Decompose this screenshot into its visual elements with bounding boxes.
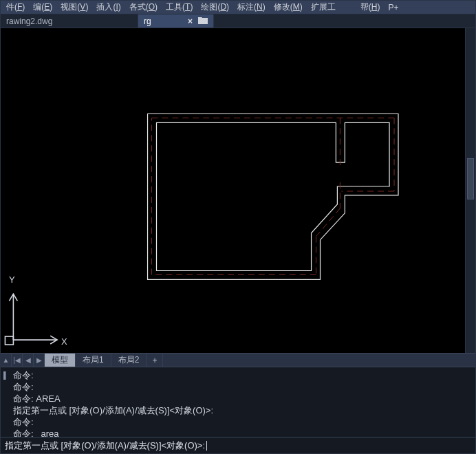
menu-tools[interactable]: 工具(T) <box>162 0 197 14</box>
document-tab-1-label: rawing2.dwg <box>6 17 52 26</box>
menu-pplus[interactable]: P+ <box>384 1 402 14</box>
document-tab-2-label: rg <box>144 17 151 26</box>
layout-nav-first[interactable]: |◀ <box>12 354 23 367</box>
history-line: 命令: <box>13 381 473 393</box>
text-cursor <box>206 441 207 451</box>
menu-blank2[interactable] <box>348 6 356 9</box>
history-handle-icon[interactable]: ▌ <box>3 369 8 381</box>
history-line: 命令: _area <box>13 428 473 437</box>
menu-file[interactable]: 件(F) <box>2 0 29 14</box>
menu-blank1[interactable] <box>340 6 348 9</box>
drawing-canvas[interactable]: Y X <box>1 28 475 353</box>
menu-edit[interactable]: 编(E) <box>29 0 56 14</box>
document-tab-row: rawing2.dwg rg × <box>1 14 475 28</box>
ucs-icon <box>5 294 57 345</box>
layout-tab-model[interactable]: 模型 <box>45 354 76 367</box>
folder-icon[interactable] <box>198 17 208 26</box>
menu-modify[interactable]: 修改(M) <box>270 0 307 14</box>
menu-format[interactable]: 各式(O) <box>125 0 162 14</box>
history-line: 命令: <box>13 416 473 428</box>
svg-rect-2 <box>5 336 13 345</box>
menu-help[interactable]: 帮(H) <box>356 0 385 14</box>
document-tab-2[interactable]: rg × <box>138 14 214 28</box>
ucs-y-label: Y <box>9 274 15 285</box>
layout-tab-add[interactable]: + <box>147 354 163 367</box>
history-line: 命令: <box>13 369 473 381</box>
vertical-scrollbar[interactable] <box>465 28 475 353</box>
history-line: 指定第一点或 [对象(O)/添加(A)/减去(S)]<对象(O)>: <box>13 404 473 416</box>
ucs-x-label: X <box>61 336 67 347</box>
layout-nav-prev[interactable]: ◀ <box>23 354 34 367</box>
command-prompt: 指定第一点或 [对象(O)/添加(A)/减去(S)]<对象(O)>: <box>5 440 205 452</box>
menu-draw[interactable]: 绘图(D) <box>197 0 233 14</box>
layout-tab-layout2[interactable]: 布局2 <box>111 354 147 367</box>
menu-view[interactable]: 视图(V) <box>56 0 92 14</box>
history-line: 命令: AREA <box>13 393 473 404</box>
command-history[interactable]: ▌ 命令: 命令: 命令: AREA 指定第一点或 [对象(O)/添加(A)/减… <box>1 367 475 437</box>
menu-extend[interactable]: 扩展工 <box>307 0 340 14</box>
layout-tab-layout1[interactable]: 布局1 <box>76 354 111 367</box>
document-tab-1[interactable]: rawing2.dwg <box>1 14 138 28</box>
layout-nav-next[interactable]: ▶ <box>34 354 45 367</box>
layout-nav-up[interactable]: ▲ <box>1 354 12 367</box>
command-input[interactable]: 指定第一点或 [对象(O)/添加(A)/减去(S)]<对象(O)>: <box>1 437 475 453</box>
menu-dimension[interactable]: 标注(N) <box>233 0 270 14</box>
close-icon[interactable]: × <box>188 17 193 26</box>
menu-insert[interactable]: 插入(I) <box>92 0 125 14</box>
canvas-svg <box>1 28 475 353</box>
menu-bar: 件(F) 编(E) 视图(V) 插入(I) 各式(O) 工具(T) 绘图(D) … <box>1 1 475 14</box>
layout-tab-row: ▲ |◀ ◀ ▶ 模型 布局1 布局2 + <box>1 353 475 367</box>
scrollbar-thumb[interactable] <box>467 158 474 199</box>
